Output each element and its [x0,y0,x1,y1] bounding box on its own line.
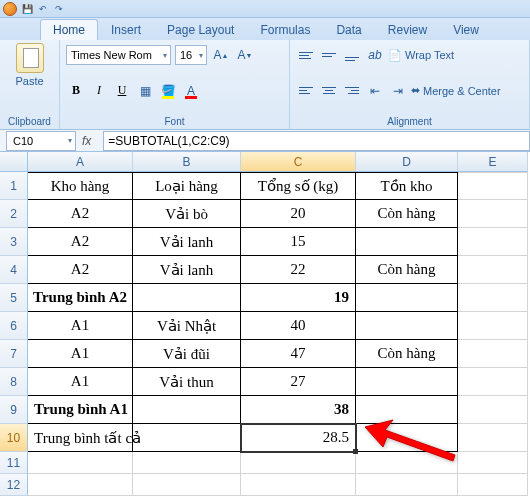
cell-C11[interactable] [241,452,356,474]
row-header-4[interactable]: 4 [0,256,28,284]
row-header-12[interactable]: 12 [0,474,28,496]
cell-C2[interactable]: 20 [241,200,356,228]
cell-E11[interactable] [458,452,528,474]
cell-D9[interactable] [356,396,458,424]
cell-B5[interactable] [133,284,241,312]
cell-E3[interactable] [458,228,528,256]
cell-A7[interactable]: A1 [28,340,133,368]
cell-D6[interactable] [356,312,458,340]
cell-C5[interactable]: 19 [241,284,356,312]
tab-review[interactable]: Review [375,19,440,40]
tab-insert[interactable]: Insert [98,19,154,40]
cell-E1[interactable] [458,172,528,200]
border-button[interactable]: ▦ [135,81,155,101]
tab-data[interactable]: Data [323,19,374,40]
grow-font-button[interactable]: A▲ [211,45,231,65]
cell-C10[interactable]: 28.5 [241,424,356,452]
align-top-button[interactable] [296,45,316,65]
cell-B10[interactable] [133,424,241,452]
align-center-button[interactable] [319,81,339,101]
cell-A1[interactable]: Kho hàng [28,172,133,200]
cell-E2[interactable] [458,200,528,228]
cell-B11[interactable] [133,452,241,474]
cell-B4[interactable]: Vải lanh [133,256,241,284]
cell-A4[interactable]: A2 [28,256,133,284]
cell-C3[interactable]: 15 [241,228,356,256]
tab-formulas[interactable]: Formulas [247,19,323,40]
font-size-combo[interactable]: 16 [175,45,207,65]
col-header-D[interactable]: D [356,152,458,172]
underline-button[interactable]: U [112,81,132,101]
cell-E4[interactable] [458,256,528,284]
font-name-combo[interactable]: Times New Rom [66,45,171,65]
cell-C9[interactable]: 38 [241,396,356,424]
cell-D2[interactable]: Còn hàng [356,200,458,228]
row-header-1[interactable]: 1 [0,172,28,200]
cell-A12[interactable] [28,474,133,496]
increase-indent-button[interactable]: ⇥ [388,81,408,101]
cell-A10[interactable]: Trung bình tất cả [28,424,133,452]
row-header-11[interactable]: 11 [0,452,28,474]
name-box[interactable]: C10 [6,131,76,151]
cell-A11[interactable] [28,452,133,474]
tab-page-layout[interactable]: Page Layout [154,19,247,40]
cell-A8[interactable]: A1 [28,368,133,396]
cell-E5[interactable] [458,284,528,312]
cell-C7[interactable]: 47 [241,340,356,368]
row-header-7[interactable]: 7 [0,340,28,368]
align-right-button[interactable] [342,81,362,101]
col-header-B[interactable]: B [133,152,241,172]
font-color-button[interactable]: A [181,81,201,101]
cell-C1[interactable]: Tổng số (kg) [241,172,356,200]
cell-B12[interactable] [133,474,241,496]
paste-button[interactable]: Paste [6,43,53,87]
col-header-E[interactable]: E [458,152,528,172]
cell-E6[interactable] [458,312,528,340]
cell-D8[interactable] [356,368,458,396]
cell-D10[interactable] [356,424,458,452]
align-left-button[interactable] [296,81,316,101]
undo-icon[interactable]: ↶ [37,3,49,15]
select-all-corner[interactable] [0,152,28,172]
cell-E8[interactable] [458,368,528,396]
formula-input[interactable]: =SUBTOTAL(1,C2:C9) [103,131,530,151]
save-icon[interactable]: 💾 [21,3,33,15]
align-middle-button[interactable] [319,45,339,65]
row-header-5[interactable]: 5 [0,284,28,312]
row-header-10[interactable]: 10 [0,424,28,452]
cell-C6[interactable]: 40 [241,312,356,340]
merge-center-button[interactable]: ⬌ Merge & Center [411,84,501,97]
cell-B2[interactable]: Vải bò [133,200,241,228]
cell-D5[interactable] [356,284,458,312]
align-bottom-button[interactable] [342,45,362,65]
cell-A6[interactable]: A1 [28,312,133,340]
cell-B3[interactable]: Vải lanh [133,228,241,256]
row-header-2[interactable]: 2 [0,200,28,228]
row-header-3[interactable]: 3 [0,228,28,256]
col-header-A[interactable]: A [28,152,133,172]
cell-D12[interactable] [356,474,458,496]
cell-B7[interactable]: Vải đũi [133,340,241,368]
wrap-text-button[interactable]: 📄 Wrap Text [388,49,454,62]
cell-C8[interactable]: 27 [241,368,356,396]
cell-A2[interactable]: A2 [28,200,133,228]
cell-B1[interactable]: Loại hàng [133,172,241,200]
cell-D4[interactable]: Còn hàng [356,256,458,284]
office-button[interactable] [3,2,17,16]
orientation-button[interactable]: ab [365,45,385,65]
cell-B6[interactable]: Vải Nhật [133,312,241,340]
shrink-font-button[interactable]: A▼ [235,45,255,65]
bold-button[interactable]: B [66,81,86,101]
row-header-8[interactable]: 8 [0,368,28,396]
cell-C4[interactable]: 22 [241,256,356,284]
cell-D1[interactable]: Tồn kho [356,172,458,200]
cell-B8[interactable]: Vải thun [133,368,241,396]
redo-icon[interactable]: ↷ [53,3,65,15]
cell-A3[interactable]: A2 [28,228,133,256]
tab-view[interactable]: View [440,19,492,40]
cell-E7[interactable] [458,340,528,368]
cell-D7[interactable]: Còn hàng [356,340,458,368]
cell-A5[interactable]: Trung bình A2 [28,284,133,312]
italic-button[interactable]: I [89,81,109,101]
tab-home[interactable]: Home [40,19,98,40]
